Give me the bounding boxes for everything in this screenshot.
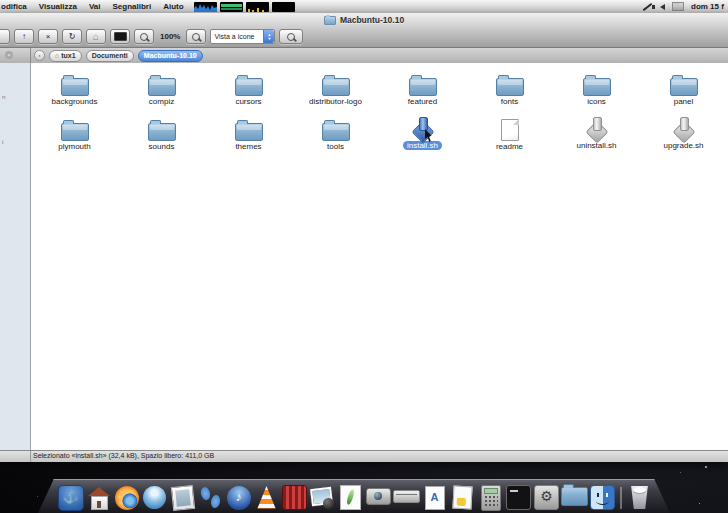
file-panel[interactable]: panel xyxy=(640,72,727,117)
dock-item-mail[interactable] xyxy=(169,484,196,511)
folder-icon xyxy=(670,78,698,96)
file-label: fonts xyxy=(501,97,518,106)
dock-item-camera[interactable] xyxy=(365,484,392,511)
text-editor-icon xyxy=(340,485,361,510)
icon-grid: backgrounds compiz cursors distributor-l… xyxy=(31,63,728,162)
up-button[interactable]: ↑ xyxy=(14,29,34,44)
menu-item-visualizza[interactable]: Visualizza xyxy=(33,2,83,11)
dock-item-notes[interactable] xyxy=(449,484,476,511)
dock-item-chromium[interactable] xyxy=(141,484,168,511)
file-plymouth[interactable]: plymouth xyxy=(31,117,118,162)
blank-applet[interactable] xyxy=(272,2,295,12)
pen-icon[interactable] xyxy=(643,2,653,10)
dock-item-vlc[interactable] xyxy=(253,484,280,511)
sidebar[interactable]: n i xyxy=(0,63,31,451)
zoom-in-button[interactable] xyxy=(186,29,206,44)
file-readme[interactable]: readme xyxy=(466,117,553,162)
mail-icon xyxy=(170,484,194,510)
speaker-icon[interactable] xyxy=(660,4,665,10)
star xyxy=(705,466,707,468)
dock-item-settings[interactable]: ⚙ xyxy=(533,484,560,511)
file-featured[interactable]: featured xyxy=(379,72,466,117)
search-button[interactable] xyxy=(279,29,303,44)
file-label: themes xyxy=(235,142,261,151)
file-label: cursors xyxy=(235,97,261,106)
dock-item-theater[interactable] xyxy=(281,484,308,511)
file-install-sh-selected[interactable]: install.sh xyxy=(379,117,466,162)
folder-icon xyxy=(148,123,176,141)
dock-item-folder[interactable] xyxy=(561,484,588,511)
dock-item-photos[interactable] xyxy=(309,484,336,511)
file-view[interactable]: backgrounds compiz cursors distributor-l… xyxy=(31,63,728,451)
file-backgrounds[interactable]: backgrounds xyxy=(31,72,118,117)
sidebar-close-button[interactable]: × xyxy=(5,51,13,59)
music-player-icon: ♪ xyxy=(227,486,251,510)
file-fonts[interactable]: fonts xyxy=(466,72,553,117)
breadcrumb-documenti[interactable]: Documenti xyxy=(86,50,134,62)
home-icon xyxy=(87,486,111,510)
file-compiz[interactable]: compiz xyxy=(118,72,205,117)
office-writer-icon: A xyxy=(425,486,445,510)
mail-icon[interactable] xyxy=(672,2,684,11)
dock-item-home[interactable] xyxy=(85,484,112,511)
close-button[interactable]: × xyxy=(38,29,58,44)
zoom-level: 100% xyxy=(158,32,182,41)
file-label: featured xyxy=(408,97,437,106)
view-mode-select[interactable]: Vista a icone ▴▾ xyxy=(210,29,275,44)
breadcrumb-scroll-button[interactable]: ‹ xyxy=(34,50,45,61)
sidebar-fragment: n xyxy=(2,94,5,100)
dock-item-trash[interactable] xyxy=(626,484,653,511)
file-label: panel xyxy=(674,97,694,106)
file-distributor-logo[interactable]: distributor-logo xyxy=(292,72,379,117)
menu-item-segnalibri[interactable]: Segnalibri xyxy=(106,2,157,11)
folder-icon xyxy=(235,78,263,96)
camera-icon xyxy=(366,488,391,505)
dock-item-calculator[interactable] xyxy=(477,484,504,511)
file-icons[interactable]: icons xyxy=(553,72,640,117)
title-bar[interactable]: Macbuntu-10.10 xyxy=(0,13,728,27)
dock-item-scanner[interactable] xyxy=(393,484,420,511)
file-themes[interactable]: themes xyxy=(205,117,292,162)
home-button[interactable]: ⌂ xyxy=(86,29,106,44)
window-chrome: Macbuntu-10.10 ↑ × ↻ ⌂ 100% Vista a icon… xyxy=(0,13,728,48)
menu-item-modifica[interactable]: odifica xyxy=(0,2,33,11)
script-icon xyxy=(585,117,609,140)
dock-item-office[interactable]: A xyxy=(421,484,448,511)
breadcrumb-label: tux1 xyxy=(61,52,75,59)
stepper-icon[interactable]: ▴▾ xyxy=(263,30,274,43)
clipped-button[interactable] xyxy=(0,29,10,44)
menu-item-vai[interactable]: Vai xyxy=(83,2,107,11)
dock-item-finder[interactable] xyxy=(589,484,616,511)
menu-item-aiuto[interactable]: Aiuto xyxy=(157,2,189,11)
file-label: readme xyxy=(496,142,523,151)
clock[interactable]: dom 15 f xyxy=(691,2,727,11)
dock-item-firefox[interactable] xyxy=(113,484,140,511)
dock-item-footprints[interactable] xyxy=(197,484,224,511)
home-icon: ⌂ xyxy=(93,32,99,42)
calculator-icon xyxy=(481,485,501,511)
breadcrumb-tux1[interactable]: ⌂ tux1 xyxy=(49,50,82,62)
file-upgrade-sh[interactable]: upgrade.sh xyxy=(640,117,727,162)
menu-bar: odifica Visualizza Vai Segnalibri Aiuto … xyxy=(0,0,728,14)
breadcrumb-label: Macbuntu-10.10 xyxy=(144,52,197,59)
dock-item-text-editor[interactable] xyxy=(337,484,364,511)
breadcrumb-macbuntu[interactable]: Macbuntu-10.10 xyxy=(138,50,203,62)
file-label: icons xyxy=(587,97,606,106)
zoom-out-button[interactable] xyxy=(134,29,154,44)
dock-item-docky[interactable]: ⚓ xyxy=(57,484,84,511)
file-tools[interactable]: tools xyxy=(292,117,379,162)
file-uninstall-sh[interactable]: uninstall.sh xyxy=(553,117,640,162)
file-sounds[interactable]: sounds xyxy=(118,117,205,162)
cpu-graph-applet[interactable] xyxy=(194,2,217,12)
window-title: Macbuntu-10.10 xyxy=(340,15,404,25)
dock-item-terminal[interactable] xyxy=(505,484,532,511)
screen-button[interactable] xyxy=(110,29,130,44)
refresh-button[interactable]: ↻ xyxy=(62,29,82,44)
network-graph-applet[interactable] xyxy=(246,2,269,12)
toolbar: ↑ × ↻ ⌂ 100% Vista a icone ▴▾ xyxy=(0,27,728,46)
script-icon xyxy=(672,117,696,140)
dock-item-music[interactable]: ♪ xyxy=(225,484,252,511)
file-cursors[interactable]: cursors xyxy=(205,72,292,117)
memory-bars-applet[interactable] xyxy=(220,2,243,12)
zoom-in-icon xyxy=(192,33,200,41)
